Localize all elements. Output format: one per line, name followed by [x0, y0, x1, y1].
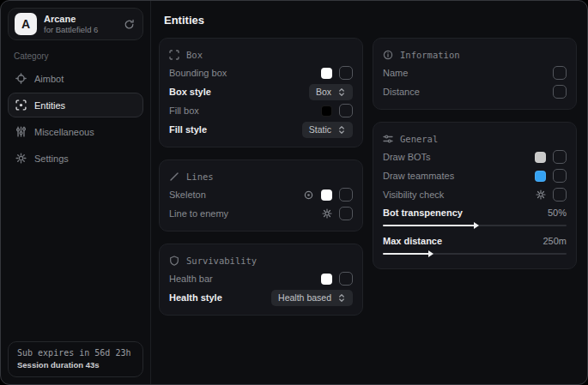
page-title: Entities	[164, 14, 577, 27]
app-header-card: A Arcane for Battlefield 6	[8, 8, 143, 40]
sidebar-item-label: Settings	[34, 153, 69, 164]
slider-value: 50%	[548, 208, 567, 218]
row-name: Name	[383, 63, 567, 82]
row-label: Skeleton	[169, 189, 206, 200]
focus-icon[interactable]	[303, 189, 314, 201]
fill-box-checkbox[interactable]	[339, 104, 353, 117]
color-swatch[interactable]	[535, 171, 546, 182]
survivability-card-header: Survivability	[169, 251, 353, 269]
sub-expires-text: Sub expires in 56d 23h	[17, 348, 134, 358]
card-title: Survivability	[186, 256, 257, 266]
session-duration-text: Session duration 43s	[17, 360, 134, 370]
max-distance-slider[interactable]	[383, 253, 567, 255]
app-window: A Arcane for Battlefield 6 Category Aimb…	[0, 0, 588, 385]
name-checkbox[interactable]	[553, 66, 567, 80]
dropdown-value: Health based	[278, 292, 331, 303]
card-title: Lines	[186, 171, 214, 182]
row-box-style: Box style Box	[169, 82, 353, 101]
bot-transparency-slider-block: Bot transpenency 50%	[383, 204, 567, 232]
slider-fill	[383, 225, 475, 226]
row-label: Fill box	[169, 105, 199, 116]
row-label: Fill style	[169, 124, 207, 135]
dropdown-value: Static	[309, 124, 331, 135]
box-style-dropdown[interactable]: Box	[309, 84, 353, 100]
shield-icon	[169, 256, 179, 266]
card-title: Information	[400, 50, 460, 60]
survivability-card: Survivability Health bar Health style	[159, 244, 363, 316]
gear-icon[interactable]	[322, 208, 332, 219]
row-label: Distance	[383, 87, 420, 97]
card-title: Box	[186, 50, 203, 60]
row-label: Health bar	[169, 274, 213, 284]
right-column: Information Name Distance Gener	[373, 38, 577, 269]
color-swatch[interactable]	[321, 189, 332, 201]
color-swatch[interactable]	[321, 105, 332, 117]
draw-bots-checkbox[interactable]	[553, 150, 567, 164]
bot-transparency-slider[interactable]	[383, 225, 567, 226]
row-label: Bounding box	[169, 68, 227, 78]
sidebar-item-aimbot[interactable]: Aimbot	[8, 66, 143, 91]
box-card-header: Box	[169, 45, 353, 63]
general-card-header: General	[383, 129, 567, 147]
main-content: Entities Box Bounding box	[151, 1, 587, 384]
box-brackets-icon	[169, 50, 179, 60]
line-to-enemy-checkbox[interactable]	[339, 207, 353, 220]
subscription-info-card: Sub expires in 56d 23h Session duration …	[8, 341, 143, 377]
information-card: Information Name Distance	[373, 38, 577, 110]
row-draw-teammates: Draw teammates	[383, 166, 567, 185]
slider-label: Max distance	[383, 236, 442, 246]
row-bounding-box: Bounding box	[169, 63, 353, 82]
sidebar-nav: Aimbot Entities Miscellaneous Settings	[8, 66, 143, 171]
chevrons-up-down-icon	[337, 87, 346, 97]
left-column: Box Bounding box Box style Box	[159, 38, 363, 316]
distance-checkbox[interactable]	[553, 85, 567, 99]
color-swatch[interactable]	[321, 274, 332, 285]
row-label: Box style	[169, 87, 211, 97]
color-swatch[interactable]	[535, 152, 546, 163]
row-label: Line to enemy	[169, 208, 228, 219]
information-card-header: Information	[383, 45, 567, 63]
card-title: General	[400, 134, 438, 144]
info-icon	[383, 50, 393, 60]
draw-teammates-checkbox[interactable]	[553, 169, 567, 183]
category-label: Category	[14, 51, 143, 61]
mixer-icon	[15, 126, 27, 137]
box-card: Box Bounding box Box style Box	[159, 38, 363, 147]
row-label: Health style	[169, 292, 222, 303]
lines-card: Lines Skeleton Line to enemy	[159, 159, 363, 232]
row-label: Draw BOTs	[383, 152, 431, 162]
sidebar-item-label: Entities	[34, 100, 65, 111]
row-visibility-check: Visibility check	[383, 185, 567, 204]
app-logo: A	[15, 13, 37, 35]
bounding-box-checkbox[interactable]	[339, 66, 353, 80]
row-label: Visibility check	[383, 189, 444, 200]
slider-fill	[383, 253, 429, 255]
slider-value: 250m	[543, 236, 567, 246]
gear-icon	[15, 153, 27, 164]
sidebar-item-miscellaneous[interactable]: Miscellaneous	[8, 119, 143, 144]
row-skeleton: Skeleton	[169, 185, 353, 204]
fill-style-dropdown[interactable]: Static	[302, 122, 353, 138]
skeleton-checkbox[interactable]	[339, 188, 353, 202]
refresh-icon[interactable]	[124, 19, 135, 30]
slider-label: Bot transpenency	[383, 208, 463, 218]
app-edition: for Battlefield 6	[44, 25, 98, 34]
health-bar-checkbox[interactable]	[339, 272, 353, 286]
row-health-bar: Health bar	[169, 269, 353, 288]
row-fill-style: Fill style Static	[169, 120, 353, 139]
dropdown-value: Box	[316, 87, 331, 97]
sidebar-item-entities[interactable]: Entities	[8, 93, 143, 117]
sidebar-item-settings[interactable]: Settings	[8, 146, 143, 171]
health-style-dropdown[interactable]: Health based	[271, 290, 353, 306]
row-draw-bots: Draw BOTs	[383, 147, 567, 166]
row-fill-box: Fill box	[169, 101, 353, 120]
visibility-check-checkbox[interactable]	[553, 188, 567, 202]
row-health-style: Health style Health based	[169, 288, 353, 307]
color-swatch[interactable]	[321, 68, 332, 79]
diagonal-line-icon	[169, 171, 179, 182]
gear-icon[interactable]	[536, 189, 546, 200]
row-distance: Distance	[383, 82, 567, 101]
sidebar-item-label: Miscellaneous	[34, 127, 94, 137]
max-distance-slider-block: Max distance 250m	[383, 232, 567, 261]
app-name: Arcane	[44, 14, 98, 24]
